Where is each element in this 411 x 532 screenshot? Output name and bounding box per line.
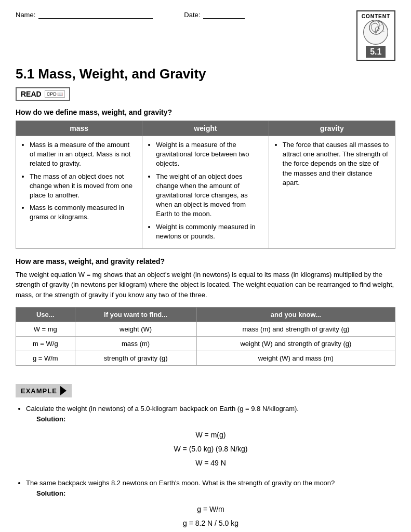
date-field: Date: [184,10,245,19]
solution2-line-2: g = 8.2 N / 5.0 kg [26,516,395,530]
name-label: Name: [16,11,35,19]
solution1-line-1: W = m(g) [26,428,395,442]
mass-column: Mass is a measure of the amount of matte… [16,136,142,249]
section1-question: How do we define mass, weight, and gravi… [16,108,395,116]
solution2-math: g = W/m g = 8.2 N / 5.0 kg g = 1.6 N/kg [26,502,395,532]
example-bullet-2: The same backpack weighs 8.2 newtons on … [26,479,335,487]
example-item-1: Calculate the weight (in newtons) of a 5… [26,404,395,470]
page-title: 5.1 Mass, Weight, and Gravity [16,66,395,82]
name-input-line[interactable] [38,10,153,19]
solution2-line-3: g = 1.6 N/kg [26,530,395,532]
weight-item-1: Weight is a measure of the gravitational… [156,140,263,169]
read-box: READ CPD 📖 [16,87,70,101]
col-header-mass: mass [16,121,142,136]
name-field: Name: [16,10,153,19]
solution1-line-2: W = (5.0 kg) (9.8 N/kg) [26,442,395,456]
name-date-fields: Name: Date: [16,10,245,19]
formula-col-use: Use... [16,308,75,322]
formula-find-2: mass (m) [75,337,196,351]
col-header-gravity: gravity [269,121,395,136]
mass-item-3: Mass is commonly measured in grams or ki… [30,203,137,222]
formula-row-1: W = mg weight (W) mass (m) and strength … [16,322,395,337]
formula-use-3: g = W/m [16,351,75,366]
solution1-math: W = m(g) W = (5.0 kg) (9.8 N/kg) W = 49 … [26,428,395,470]
cpd-book-icon: CPD 📖 [45,90,65,98]
example-bullet-1: Calculate the weight (in newtons) of a 5… [26,405,299,413]
solution2-label: Solution: [36,488,395,499]
definition-table: mass weight gravity Mass is a measure of… [16,121,395,249]
mass-item-1: Mass is a measure of the amount of matte… [30,140,137,169]
page-header: Name: Date: CONTENT 5.1 [16,10,395,61]
formula-col-know: and you know... [196,308,395,322]
example-item-2: The same backpack weighs 8.2 newtons on … [26,478,395,532]
formula-know-3: weight (W) and mass (m) [196,351,395,366]
def-table-body-row: Mass is a measure of the amount of matte… [16,136,395,249]
example-arrow-icon [60,386,67,395]
formula-header-row: Use... if you want to find... and you kn… [16,308,395,322]
read-label: READ [21,90,42,98]
formula-find-3: strength of gravity (g) [75,351,196,366]
formula-table: Use... if you want to find... and you kn… [16,307,395,366]
content-number: 5.1 [366,46,386,58]
content-badge: CONTENT 5.1 [356,10,395,61]
example-list: Calculate the weight (in newtons) of a 5… [16,404,395,532]
gravity-column: The force that causes all masses to attr… [269,136,395,249]
date-label: Date: [184,11,200,19]
mass-item-2: The mass of an object does not change wh… [30,172,137,201]
example-header: EXAMPLE [16,384,72,397]
def-table-header-row: mass weight gravity [16,121,395,136]
weight-column: Weight is a measure of the gravitational… [142,136,269,249]
gravity-item-1: The force that causes all masses to attr… [283,140,390,188]
example-label: EXAMPLE [21,387,57,395]
spiral-icon [363,19,389,45]
date-input-line[interactable] [203,10,245,19]
formula-row-3: g = W/m strength of gravity (g) weight (… [16,351,395,366]
section2-body: The weight equation W = mg shows that an… [16,270,395,300]
col-header-weight: weight [142,121,269,136]
weight-item-3: Weight is commonly measured in newtons o… [156,222,263,241]
formula-know-2: weight (W) and strength of gravity (g) [196,337,395,351]
solution1-line-3: W = 49 N [26,456,395,470]
formula-row-2: m = W/g mass (m) weight (W) and strength… [16,337,395,351]
formula-find-1: weight (W) [75,322,196,337]
formula-use-2: m = W/g [16,337,75,351]
svg-point-1 [375,31,377,34]
content-text: CONTENT [362,14,390,19]
weight-item-2: The weight of an object does change when… [156,172,263,219]
solution2-line-1: g = W/m [26,502,395,516]
formula-know-1: mass (m) and strength of gravity (g) [196,322,395,337]
formula-use-1: W = mg [16,322,75,337]
solution1-label: Solution: [36,414,395,424]
section2-question: How are mass, weight, and gravity relate… [16,257,395,265]
formula-col-find: if you want to find... [75,308,196,322]
